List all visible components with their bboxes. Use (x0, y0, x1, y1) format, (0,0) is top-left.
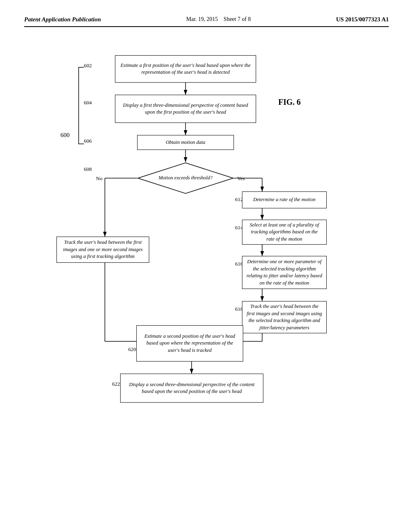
patent-number-label: US 2015/0077323 A1 (336, 16, 389, 23)
label-604: 604 (84, 100, 92, 106)
page-header: Patent Application Publication Mar. 19, … (24, 16, 389, 27)
step-604-box: Display a first three-dimensional perspe… (115, 95, 256, 123)
publication-label: Patent Application Publication (24, 16, 101, 23)
date-sheet-label: Mar. 19, 2015 Sheet 7 of 8 (186, 16, 251, 23)
flowchart: 602 604 606 608 600 Estimate a first pos… (24, 35, 389, 490)
step-620-box: Estimate a second position of the user's… (136, 325, 243, 362)
label-622: 622 (112, 381, 120, 387)
step-606-box: Obtain motion data (137, 135, 234, 150)
step-608-diamond: Motion exceeds threshold? (137, 162, 234, 194)
label-606: 606 (84, 138, 92, 144)
label-608: 608 (84, 166, 92, 172)
label-600: 600 (60, 132, 70, 139)
label-620: 620 (128, 346, 136, 353)
step-622-box: Display a second three-dimensional persp… (120, 374, 263, 403)
step-614-box: Select at least one of a plurality of tr… (242, 220, 327, 245)
fig-label: FIG. 6 (278, 98, 301, 107)
label-602: 602 (84, 62, 92, 69)
step-612-box: Determine a rate of the motion (242, 191, 327, 208)
step-610-box: Track the user's head between the first … (56, 237, 149, 263)
page: Patent Application Publication Mar. 19, … (0, 0, 413, 532)
step-618-box: Track the user's head between the first … (242, 301, 327, 333)
step-602-box: Estimate a first position of the user's … (115, 55, 256, 83)
yes-label: Yes (237, 175, 245, 182)
step-616-box: Determine one or more parameter of the s… (242, 256, 327, 289)
no-label: No (96, 175, 102, 182)
